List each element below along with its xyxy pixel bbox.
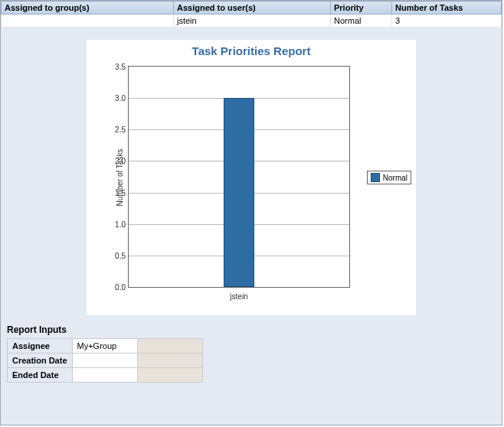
y-tick-label: 2.0 (106, 157, 126, 165)
table-header-row: Assigned to group(s) Assigned to user(s)… (2, 2, 502, 15)
input-key: Creation Date (8, 354, 73, 368)
chart-legend: Normal (367, 171, 411, 184)
table-row[interactable]: jstein Normal 3 (2, 15, 502, 28)
y-tick-label: 3.5 (106, 63, 126, 71)
col-num-tasks[interactable]: Number of Tasks (392, 2, 502, 15)
col-priority[interactable]: Priority (331, 2, 392, 15)
input-row-assignee: Assignee My+Group (8, 339, 203, 354)
input-value (72, 354, 137, 368)
chart-title: Task Priorities Report (87, 40, 416, 60)
input-extra (137, 339, 202, 354)
y-tick-label: 0.0 (106, 283, 126, 292)
y-tick-label: 0.5 (106, 251, 126, 259)
input-value (72, 368, 137, 383)
y-tick-label: 2.5 (106, 125, 126, 134)
y-tick-label: 3.0 (106, 94, 126, 103)
report-inputs-heading: Report Inputs (7, 324, 502, 335)
input-extra (137, 368, 202, 383)
cell-count: 3 (392, 15, 502, 28)
cell-priority: Normal (331, 15, 392, 28)
input-key: Assignee (8, 339, 73, 354)
cell-user: jstein (174, 15, 331, 28)
input-value: My+Group (72, 339, 137, 354)
bar-jstein (224, 98, 254, 287)
y-tick-label: 1.5 (106, 188, 126, 197)
results-table: Assigned to group(s) Assigned to user(s)… (1, 1, 502, 28)
input-extra (137, 354, 202, 368)
report-panel: Assigned to group(s) Assigned to user(s)… (0, 0, 502, 425)
col-assigned-user[interactable]: Assigned to user(s) (174, 2, 331, 15)
x-tick-label: jstein (230, 292, 247, 301)
input-row-creation-date: Creation Date (8, 354, 203, 368)
input-key: Ended Date (8, 368, 73, 383)
legend-swatch-icon (371, 173, 380, 182)
chart-panel: Task Priorities Report Number of Tasks 0… (87, 40, 416, 315)
report-inputs-table: Assignee My+Group Creation Date Ended Da… (7, 338, 203, 383)
legend-entry-label: Normal (383, 174, 407, 182)
col-assigned-group[interactable]: Assigned to group(s) (2, 2, 174, 15)
y-tick-label: 1.0 (106, 220, 126, 228)
input-row-ended-date: Ended Date (8, 368, 203, 383)
plot-area: 0.00.51.01.52.02.53.03.5jstein (128, 66, 350, 288)
cell-group (2, 15, 174, 28)
